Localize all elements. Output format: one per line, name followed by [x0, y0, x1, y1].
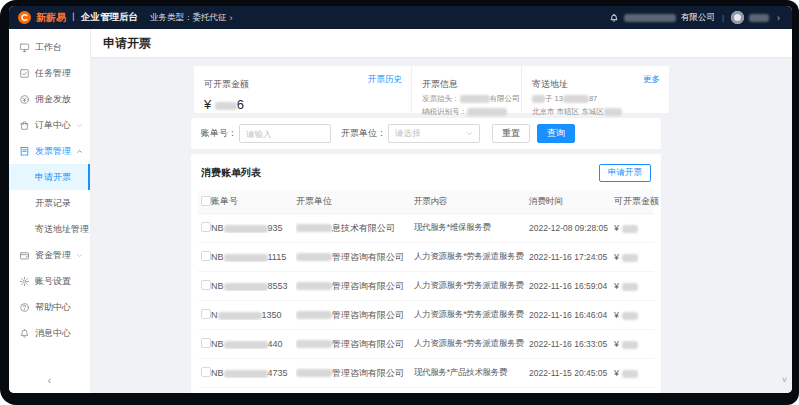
sidebar-item-label: 任务管理: [35, 67, 71, 80]
notification-bell-icon[interactable]: [609, 13, 619, 23]
address-line: 北京市 市辖区 东城区: [532, 107, 659, 117]
sidebar-item-commission[interactable]: 佣金发放: [9, 86, 90, 112]
bill-no-cell: NB8553: [211, 281, 296, 291]
sidebar-item-workbench[interactable]: 工作台: [9, 34, 90, 60]
order-icon: [19, 120, 30, 131]
sidebar-item-invoice-records[interactable]: 开票记录: [9, 190, 90, 216]
amount-cell: ¥: [614, 281, 654, 291]
redacted-row-amount: [622, 312, 638, 320]
row-checkbox[interactable]: [201, 309, 211, 319]
amount-cell: ¥: [614, 368, 654, 378]
bill-list-title: 消费账单列表: [201, 166, 261, 180]
consume-time-cell: 2022-11-16 16:46:04: [529, 310, 614, 320]
sidebar-item-label: 发票管理: [35, 145, 71, 158]
row-checkbox[interactable]: [201, 367, 211, 377]
bill-list-panel: 消费账单列表 申请开票 账单号开票单位开票内容消费时间可开票金额 NB935息技…: [191, 154, 661, 393]
user-menu-chevron-icon[interactable]: ›: [777, 13, 780, 23]
table-row: NB4735管理咨询有限公司现代服务*产品技术服务费2022-11-15 20:…: [198, 359, 654, 388]
recipient-line: 子 1387: [532, 94, 659, 104]
invoice-unit-cell: 管理咨询有限公司: [296, 251, 414, 264]
page-title: 申请开票: [91, 29, 792, 57]
redacted-bill-no: [224, 254, 268, 262]
sidebar-item-help-center[interactable]: 帮助中心: [9, 294, 90, 320]
sidebar-menu: 工作台任务管理佣金发放订单中心发票管理申请开票开票记录寄送地址管理资金管理账号设…: [9, 34, 90, 346]
column-header: 账单号: [211, 195, 296, 208]
redacted-recipient-name: [532, 95, 545, 103]
bill-no-cell: NB4735: [211, 368, 296, 378]
row-checkbox[interactable]: [201, 338, 211, 348]
search-button[interactable]: 查询: [537, 124, 575, 143]
sidebar-item-label: 帮助中心: [35, 301, 71, 314]
redacted-company-name: [624, 14, 676, 22]
invoice-content-cell: 人力资源服务*劳务派遣服务费: [414, 280, 529, 292]
help-icon: [19, 302, 30, 313]
redacted-row-amount: [622, 254, 638, 262]
redacted-row-amount: [622, 225, 638, 233]
sidebar-item-funds-mgmt[interactable]: 资金管理: [9, 242, 90, 268]
scrollbar-down-arrow[interactable]: ˅: [782, 376, 787, 385]
sidebar-collapse-button[interactable]: ‹: [9, 375, 90, 386]
redacted-unit-name: [296, 311, 332, 319]
redacted-unit-name: [296, 253, 332, 261]
invoice-content-cell: 人力资源服务*劳务派遣服务费: [414, 251, 529, 263]
column-header: 开票单位: [296, 195, 414, 208]
row-checkbox[interactable]: [201, 222, 211, 232]
reset-button[interactable]: 重置: [492, 124, 530, 143]
row-checkbox[interactable]: [201, 280, 211, 290]
sidebar-item-label: 工作台: [35, 41, 62, 54]
bill-no-input[interactable]: [239, 124, 331, 143]
consume-time-cell: 2022-11-16 17:24:05: [529, 252, 614, 262]
summary-panel: 可开票金额 开票历史 ¥ 6 开票信息 发票抬头：有限公司: [194, 66, 669, 113]
amount-cell: ¥: [614, 252, 654, 262]
user-avatar[interactable]: [731, 11, 744, 24]
sidebar-item-label: 申请开票: [35, 171, 71, 184]
invoice-history-link[interactable]: 开票历史: [368, 74, 402, 86]
company-name-suffix: 有限公司: [681, 12, 715, 24]
invoice-unit-cell: 息技术有限公司: [296, 222, 414, 235]
sidebar-item-order-center[interactable]: 订单中心: [9, 112, 90, 138]
commission-icon: [19, 94, 30, 105]
topbar-divider: |: [722, 13, 724, 22]
table-header-row: 账单号开票单位开票内容消费时间可开票金额: [198, 190, 654, 214]
invoiceable-amount-card: 可开票金额 开票历史 ¥ 6: [194, 66, 411, 113]
consume-time-cell: 2022-11-15 20:45:05: [529, 368, 614, 378]
chevron-up-icon: [76, 148, 83, 155]
sidebar-item-task-mgmt[interactable]: 任务管理: [9, 60, 90, 86]
sidebar-item-apply-invoice[interactable]: 申请开票: [9, 164, 90, 190]
bill-no-cell: NB1115: [211, 252, 296, 262]
business-type-chevron-icon[interactable]: ›: [230, 13, 233, 23]
select-all-checkbox[interactable]: [201, 196, 211, 206]
brand-name: 新薪易: [36, 11, 66, 25]
consume-time-cell: 2022-11-16 16:59:04: [529, 281, 614, 291]
chevron-down-icon: [76, 122, 83, 129]
redacted-bill-no: [224, 341, 268, 349]
sidebar-item-account-settings[interactable]: 账号设置: [9, 268, 90, 294]
main-area: 申请开票 可开票金额 开票历史 ¥ 6 开票信息: [91, 29, 792, 393]
redacted-address-detail: [604, 108, 622, 116]
amount-cell: ¥: [614, 310, 654, 320]
invoice-unit-select[interactable]: 请选择: [388, 124, 480, 143]
tax-id-line: 纳税识别号：: [422, 107, 511, 117]
redacted-row-amount: [622, 283, 638, 291]
redacted-bill-no: [224, 370, 268, 378]
invoice-unit-cell: 管理咨询有限公司: [296, 309, 414, 322]
sidebar-item-label: 资金管理: [35, 249, 71, 262]
redacted-phone: [563, 95, 589, 103]
sidebar-item-address-mgmt[interactable]: 寄送地址管理: [9, 216, 90, 242]
redacted-bill-no: [224, 225, 268, 233]
bill-no-cell: NB935: [211, 223, 296, 233]
address-more-link[interactable]: 更多: [643, 74, 660, 86]
business-type-label[interactable]: 业务类型：委托代征: [150, 12, 227, 24]
invoice-icon: [19, 146, 30, 157]
sidebar-item-message-center[interactable]: 消息中心: [9, 320, 90, 346]
invoice-content-cell: 人力资源服务*劳务派遣服务费: [414, 338, 529, 350]
sidebar-item-label: 开票记录: [35, 197, 71, 210]
apply-invoice-button[interactable]: 申请开票: [599, 164, 651, 182]
row-checkbox[interactable]: [201, 251, 211, 261]
amount-cell: ¥: [614, 223, 654, 233]
sidebar-item-invoice-mgmt[interactable]: 发票管理: [9, 138, 90, 164]
consume-time-cell: 2022-12-08 09:28:05: [529, 223, 614, 233]
table-row: N1350管理咨询有限公司人力资源服务*劳务派遣服务费2022-11-16 16…: [198, 301, 654, 330]
invoice-unit-cell: 管理咨询有限公司: [296, 367, 414, 380]
invoice-unit-label: 开票单位：: [341, 127, 386, 140]
